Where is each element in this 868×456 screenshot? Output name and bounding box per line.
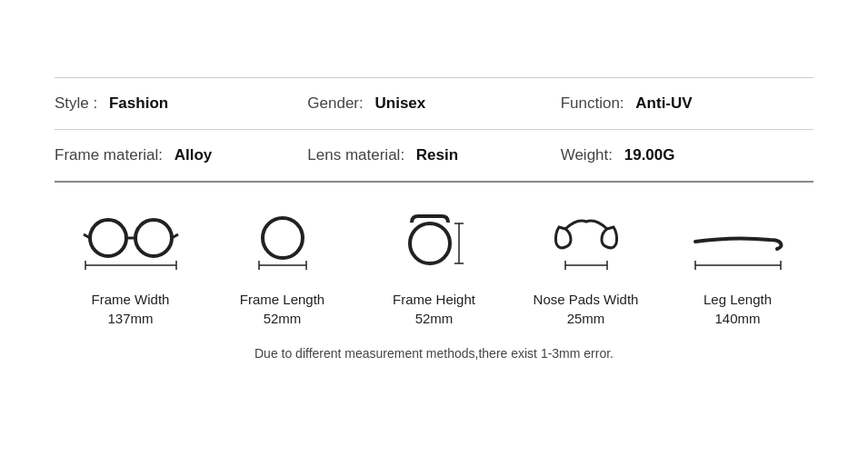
info-row: Style : Fashion Gender: Unisex Function:… — [55, 77, 813, 130]
frame-height-icon — [394, 204, 475, 286]
nose-pads-value: 25mm — [567, 311, 605, 326]
frame-length-icon — [246, 204, 319, 286]
weight-label: Weight: — [561, 146, 613, 164]
style-label: Style : — [55, 94, 97, 112]
frame-material-item: Frame material: Alloy — [55, 146, 307, 164]
lens-material-label: Lens material: — [307, 146, 404, 164]
gender-value: Unisex — [375, 94, 426, 112]
gender-label: Gender: — [307, 94, 363, 112]
nose-pads-col: Nose Pads Width 25mm — [510, 204, 662, 326]
nose-pads-label: Nose Pads Width — [534, 292, 639, 307]
lens-material-item: Lens material: Resin — [307, 146, 560, 164]
frame-width-label: Frame Width — [92, 292, 170, 307]
weight-item: Weight: 19.00G — [561, 146, 813, 164]
function-value: Anti-UV — [635, 94, 692, 112]
frame-length-col: Frame Length 52mm — [206, 204, 358, 326]
leg-length-value: 140mm — [714, 311, 760, 326]
frame-height-label: Frame Height — [393, 292, 475, 307]
svg-point-8 — [263, 218, 303, 258]
frame-width-value: 137mm — [107, 311, 153, 326]
main-container: Style : Fashion Gender: Unisex Function:… — [0, 77, 868, 379]
disclaimer-row: Due to different measurement methods,the… — [55, 337, 813, 379]
weight-value: 19.00G — [624, 146, 675, 164]
frame-length-value: 52mm — [264, 311, 302, 326]
leg-length-col: Leg Length 140mm — [662, 204, 813, 326]
frame-height-col: Frame Height 52mm — [358, 204, 510, 326]
lens-material-value: Resin — [416, 146, 458, 164]
leg-length-label: Leg Length — [703, 292, 772, 307]
svg-point-0 — [90, 220, 126, 256]
frame-material-value: Alloy — [175, 146, 213, 164]
frame-width-col: Frame Width 137mm — [55, 204, 206, 326]
function-label: Function: — [561, 94, 624, 112]
svg-point-1 — [135, 220, 172, 256]
frame-height-value: 52mm — [415, 311, 454, 326]
material-row: Frame material: Alloy Lens material: Res… — [55, 130, 813, 183]
style-value: Fashion — [109, 94, 168, 112]
leg-length-icon — [688, 204, 788, 286]
gender-item: Gender: Unisex — [307, 94, 560, 113]
disclaimer-text: Due to different measurement methods,the… — [254, 346, 614, 361]
nose-pads-icon — [545, 204, 627, 286]
style-item: Style : Fashion — [55, 94, 307, 113]
svg-point-12 — [410, 223, 450, 263]
frame-width-icon — [81, 204, 181, 286]
function-item: Function: Anti-UV — [561, 94, 813, 113]
frame-material-label: Frame material: — [55, 146, 163, 164]
measurements-row: Frame Width 137mm Frame Length 52mm — [55, 183, 813, 337]
frame-length-label: Frame Length — [240, 292, 324, 307]
